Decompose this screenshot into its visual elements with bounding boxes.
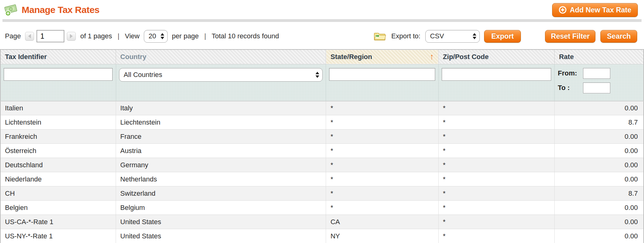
- total-records-label: Total 10 records found: [212, 32, 279, 40]
- rate-from-input[interactable]: [583, 68, 610, 79]
- search-button-label: Search: [607, 32, 631, 40]
- select-stepper-icon: [473, 33, 476, 39]
- cell-zip: *: [438, 229, 554, 243]
- grid-header-row: Tax Identifier Country State/Region ↑ Zi…: [0, 49, 644, 64]
- reset-filter-label: Reset Filter: [551, 32, 590, 40]
- page-title: Manage Tax Rates: [22, 5, 100, 15]
- cell-zip: *: [438, 115, 554, 130]
- export-format-select[interactable]: CSV: [425, 30, 480, 43]
- cell-rate: 0.00: [555, 158, 644, 172]
- page-label: Page: [5, 32, 21, 40]
- cell-rate: 8.7: [555, 115, 644, 130]
- money-note-icon: [4, 3, 18, 17]
- cell-country: Germany: [116, 158, 326, 172]
- search-button[interactable]: Search: [600, 30, 637, 43]
- cell-rate: 0.00: [555, 144, 644, 158]
- page-number-input[interactable]: [36, 30, 64, 42]
- cell-country: Liechtenstein: [116, 115, 326, 130]
- column-label: Tax Identifier: [5, 53, 47, 61]
- view-label: View: [125, 32, 140, 40]
- grid-body: ItalienItaly**0.00LichtensteinLiechtenst…: [0, 101, 644, 243]
- table-row[interactable]: CHSwitzerland**8.7: [0, 186, 644, 201]
- cell-country: Switzerland: [116, 186, 326, 201]
- cell-rate: 0.00: [555, 215, 644, 229]
- rate-to-input[interactable]: [583, 83, 610, 93]
- cell-country: United States: [116, 215, 326, 229]
- toolbar-separator-2: |: [204, 32, 206, 40]
- cell-zip: *: [438, 201, 554, 215]
- country-filter-value: All Countries: [124, 71, 162, 79]
- column-label: State/Region: [330, 53, 372, 61]
- cell-rate: 0.00: [555, 201, 644, 215]
- export-button[interactable]: Export: [484, 30, 521, 43]
- chevron-right-icon: [70, 34, 73, 38]
- cell-zip: *: [438, 144, 554, 158]
- cell-rate: 8.7: [555, 186, 644, 201]
- table-row[interactable]: ItalienItaly**0.00: [0, 101, 644, 115]
- grid-filter-row: All Countries From: To :: [0, 64, 644, 101]
- column-label: Zip/Post Code: [443, 53, 489, 61]
- table-row[interactable]: NiederlandeNetherlands**0.00: [0, 172, 644, 186]
- select-stepper-icon: [161, 33, 164, 39]
- table-row[interactable]: BelgienBelgium**0.00: [0, 201, 644, 215]
- cell-rate: 0.00: [555, 229, 644, 243]
- cell-state: *: [326, 201, 438, 215]
- state-region-filter-input[interactable]: [329, 68, 435, 81]
- previous-page-button[interactable]: [25, 32, 34, 41]
- next-page-button[interactable]: [67, 32, 76, 41]
- plus-icon: [559, 6, 567, 14]
- cell-state: *: [326, 186, 438, 201]
- header-divider: [2, 19, 642, 22]
- table-row[interactable]: FrankreichFrance**0.00: [0, 130, 644, 144]
- cell-zip: *: [438, 101, 554, 115]
- tax-identifier-filter-input[interactable]: [4, 68, 113, 81]
- add-new-tax-rate-button[interactable]: Add New Tax Rate: [552, 3, 638, 17]
- table-row[interactable]: US-CA-*-Rate 1United StatesCA*0.00: [0, 215, 644, 229]
- of-pages-label: of 1 pages: [80, 32, 112, 40]
- per-page-select[interactable]: 20: [144, 30, 167, 43]
- column-header-rate[interactable]: Rate: [555, 49, 644, 64]
- column-label: Rate: [559, 53, 574, 61]
- cell-country: Austria: [116, 144, 326, 158]
- cell-country: France: [116, 130, 326, 144]
- page-header: Manage Tax Rates Add New Tax Rate: [0, 0, 644, 19]
- cell-state: *: [326, 130, 438, 144]
- column-header-state-region[interactable]: State/Region ↑: [326, 49, 438, 64]
- column-label: Country: [120, 53, 146, 61]
- table-row[interactable]: ÖsterreichAustria**0.00: [0, 144, 644, 158]
- cell-tax-identifier: Frankreich: [0, 130, 116, 144]
- zip-post-code-filter-input[interactable]: [442, 68, 551, 81]
- cell-country: United States: [116, 229, 326, 243]
- cell-tax-identifier: Deutschland: [0, 158, 116, 172]
- cell-rate: 0.00: [555, 101, 644, 115]
- column-header-zip-post-code[interactable]: Zip/Post Code: [438, 49, 554, 64]
- cell-state: *: [326, 115, 438, 130]
- export-folder-icon: [374, 31, 386, 41]
- table-row[interactable]: LichtensteinLiechtenstein**8.7: [0, 115, 644, 130]
- cell-zip: *: [438, 186, 554, 201]
- toolbar-separator: |: [118, 32, 119, 40]
- column-header-country[interactable]: Country: [116, 49, 326, 64]
- table-row[interactable]: US-NY-*-Rate 1United StatesNY*0.00: [0, 229, 644, 243]
- cell-state: *: [326, 101, 438, 115]
- cell-tax-identifier: US-NY-*-Rate 1: [0, 229, 116, 243]
- table-row[interactable]: DeutschlandGermany**0.00: [0, 158, 644, 172]
- column-header-tax-identifier[interactable]: Tax Identifier: [0, 49, 116, 64]
- cell-zip: *: [438, 172, 554, 186]
- per-page-label: per page: [172, 32, 199, 40]
- country-filter-select[interactable]: All Countries: [119, 68, 323, 82]
- cell-zip: *: [438, 215, 554, 229]
- cell-tax-identifier: Lichtenstein: [0, 115, 116, 130]
- export-to-label: Export to:: [391, 32, 420, 40]
- cell-rate: 0.00: [555, 130, 644, 144]
- reset-filter-button[interactable]: Reset Filter: [545, 30, 595, 43]
- cell-rate: 0.00: [555, 172, 644, 186]
- cell-country: Italy: [116, 101, 326, 115]
- cell-state: *: [326, 158, 438, 172]
- add-button-label: Add New Tax Rate: [570, 6, 631, 14]
- cell-state: CA: [326, 215, 438, 229]
- cell-country: Netherlands: [116, 172, 326, 186]
- cell-tax-identifier: Italien: [0, 101, 116, 115]
- rate-to-label: To :: [558, 84, 579, 92]
- cell-state: *: [326, 144, 438, 158]
